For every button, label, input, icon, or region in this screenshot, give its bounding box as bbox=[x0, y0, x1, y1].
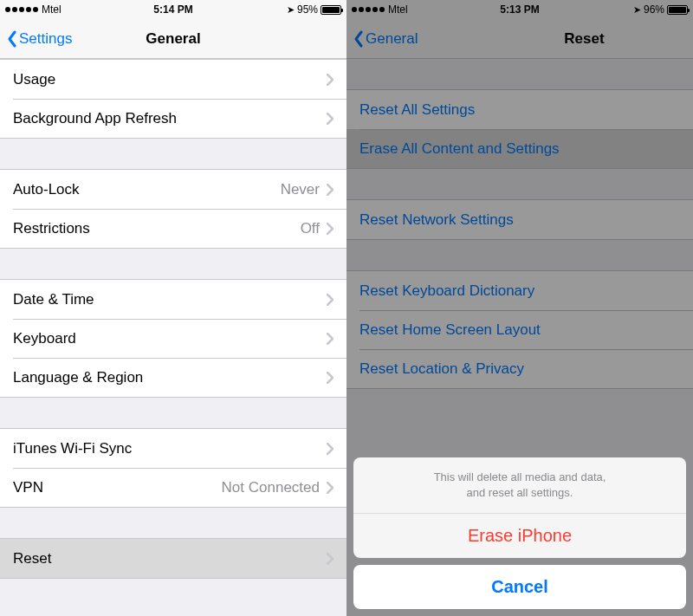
row-reset[interactable]: Reset bbox=[0, 539, 346, 578]
erase-iphone-button[interactable]: Erase iPhone bbox=[353, 514, 686, 558]
chevron-right-icon bbox=[327, 294, 334, 306]
row-usage[interactable]: Usage bbox=[0, 60, 346, 99]
cancel-button[interactable]: Cancel bbox=[353, 565, 686, 609]
row-restrictions[interactable]: Restrictions Off bbox=[0, 209, 346, 248]
chevron-right-icon bbox=[327, 184, 334, 196]
chevron-right-icon bbox=[327, 443, 334, 455]
row-date-time[interactable]: Date & Time bbox=[0, 280, 346, 319]
action-sheet-message: This will delete all media and data, and… bbox=[353, 457, 686, 514]
row-language-region[interactable]: Language & Region bbox=[0, 358, 346, 397]
chevron-right-icon bbox=[327, 74, 334, 86]
chevron-left-icon bbox=[7, 30, 17, 48]
action-sheet: This will delete all media and data, and… bbox=[353, 457, 686, 609]
row-vpn[interactable]: VPN Not Connected bbox=[0, 468, 346, 507]
back-button[interactable]: Settings bbox=[7, 30, 72, 48]
auto-lock-value: Never bbox=[281, 181, 320, 198]
page-title: General bbox=[146, 30, 200, 48]
back-label: Settings bbox=[19, 30, 72, 48]
battery-percent-label: 95% bbox=[297, 3, 318, 16]
screen-reset: Mtel 5:13 PM ➤ 96% General Reset Reset A… bbox=[346, 0, 693, 616]
row-auto-lock[interactable]: Auto-Lock Never bbox=[0, 170, 346, 209]
settings-list: Usage Background App Refresh Auto-Lock N… bbox=[0, 59, 346, 579]
status-bar: Mtel 5:14 PM ➤ 95% bbox=[0, 0, 346, 19]
battery-icon bbox=[321, 5, 341, 15]
chevron-right-icon bbox=[327, 482, 334, 494]
chevron-right-icon bbox=[327, 372, 334, 384]
location-icon: ➤ bbox=[287, 4, 295, 16]
clock-label: 5:14 PM bbox=[153, 3, 192, 16]
row-keyboard[interactable]: Keyboard bbox=[0, 319, 346, 358]
nav-bar: Settings General bbox=[0, 19, 346, 59]
chevron-right-icon bbox=[327, 333, 334, 345]
chevron-right-icon bbox=[327, 223, 334, 235]
row-background-app-refresh[interactable]: Background App Refresh bbox=[0, 99, 346, 138]
restrictions-value: Off bbox=[301, 220, 320, 237]
chevron-right-icon bbox=[327, 113, 334, 125]
carrier-label: Mtel bbox=[42, 3, 62, 16]
screen-general: Mtel 5:14 PM ➤ 95% Settings General Usag… bbox=[0, 0, 346, 616]
chevron-right-icon bbox=[327, 553, 334, 565]
signal-dots-icon bbox=[5, 7, 38, 12]
row-itunes-wifi-sync[interactable]: iTunes Wi-Fi Sync bbox=[0, 429, 346, 468]
vpn-value: Not Connected bbox=[222, 479, 320, 496]
